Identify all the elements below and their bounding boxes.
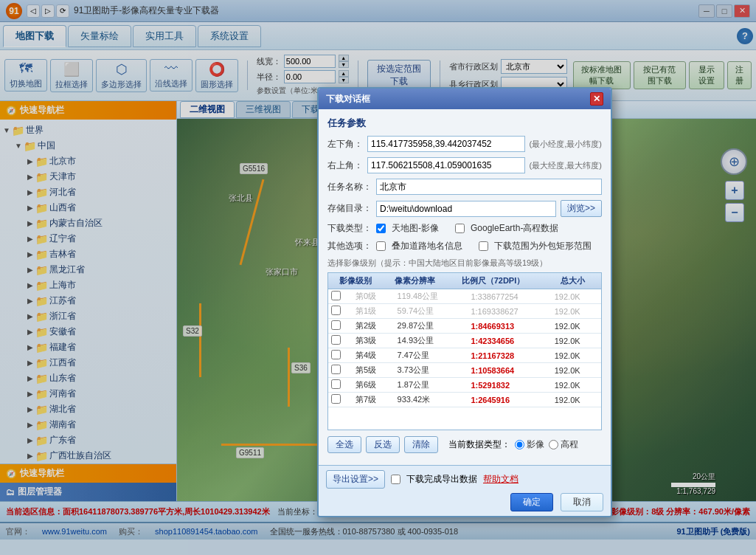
google-checkbox[interactable]: [455, 224, 465, 233]
save-dir-input[interactable]: [376, 201, 556, 217]
dialog-row-bottom-left: 左下角： (最小经度,最小纬度): [327, 136, 602, 152]
row-size: 192.0K: [552, 378, 601, 393]
dialog-row-other: 其他选项： 叠加道路地名信息 下载范围为外包矩形范围: [327, 240, 602, 252]
dialog-row-download-type: 下载类型： 天地图-影像 GoogleEarth-高程数据: [327, 222, 602, 235]
row-scale: 1:5291832: [468, 378, 551, 393]
level-checkbox-4[interactable]: [331, 350, 341, 359]
confirm-button[interactable]: 确定: [510, 493, 553, 511]
dialog-section: 任务参数: [327, 117, 602, 130]
row-scale: 1:2645916: [468, 393, 551, 407]
row-scale: 1:84669313: [468, 319, 551, 334]
row-scale: 1:21167328: [468, 348, 551, 363]
row-resolution: 119.48公里: [395, 289, 468, 304]
row-size: 192.0K: [552, 319, 601, 334]
tiandi-label: 天地图-影像: [392, 222, 439, 235]
help-doc-link[interactable]: 帮助文档: [483, 473, 519, 486]
table-row: 第5级 3.73公里 1:10583664 192.0K: [328, 363, 601, 378]
row-size: 192.0K: [552, 363, 601, 378]
table-row: 第1级 59.74公里 1:169338627 192.0K: [328, 304, 601, 319]
dialog-body: 任务参数 左下角： (最小经度,最小纬度) 右上角： (最大经度,最大纬度) 任…: [319, 109, 611, 465]
row-checkbox-cell[interactable]: [328, 289, 353, 304]
row-level: 第7级: [353, 393, 395, 407]
level-checkbox-3[interactable]: [331, 335, 341, 345]
dialog-export-row: 导出设置>> 下载完成导出数据 帮助文档: [326, 470, 603, 489]
download-type-label: 下载类型：: [327, 222, 372, 235]
row-checkbox-cell[interactable]: [328, 378, 353, 393]
export-checkbox-label: 下载完成导出数据: [406, 473, 477, 486]
top-right-label: 右上角：: [327, 159, 363, 172]
clear-button[interactable]: 清除: [404, 436, 438, 453]
row-size: 192.0K: [552, 304, 601, 319]
tiandi-checkbox[interactable]: [376, 224, 386, 233]
bottom-left-input[interactable]: [367, 136, 525, 152]
task-name-input[interactable]: [376, 179, 602, 195]
checkbox-row-rect: 下载范围为外包矩形范围: [479, 240, 592, 252]
level-checkbox-0[interactable]: [331, 291, 341, 300]
row-level: 第2级: [353, 319, 395, 334]
row-level: 第5级: [353, 363, 395, 378]
task-name-label: 任务名称：: [327, 181, 372, 193]
row-checkbox-cell[interactable]: [328, 393, 353, 407]
row-checkbox-cell[interactable]: [328, 319, 353, 334]
col-header-level: [328, 273, 336, 289]
row-scale: 1:42334656: [468, 334, 551, 348]
level-checkbox-2[interactable]: [331, 320, 341, 330]
row-level: 第0级: [353, 289, 395, 304]
row-resolution: 1.87公里: [395, 378, 468, 393]
row-resolution: 3.73公里: [395, 363, 468, 378]
dialog-close-button[interactable]: ✕: [590, 92, 603, 106]
level-scroll-area[interactable]: 第0级 119.48公里 1:338677254 192.0K 第1级 59.7…: [328, 289, 601, 430]
level-checkbox-7[interactable]: [331, 394, 341, 404]
download-dialog: 下载对话框 ✕ 任务参数 左下角： (最小经度,最小纬度) 右上角： (最大经度…: [317, 87, 612, 517]
rect-checkbox[interactable]: [479, 241, 488, 251]
checkbox-row-tiandi: 天地图-影像: [376, 222, 439, 235]
bottom-left-label: 左下角：: [327, 138, 363, 151]
select-all-button[interactable]: 全选: [327, 436, 361, 453]
radio-label-image: 影像: [515, 438, 544, 451]
cancel-button[interactable]: 取消: [561, 493, 603, 511]
level-checkbox-5[interactable]: [331, 365, 341, 374]
row-level: 第6级: [353, 378, 395, 393]
inverse-select-button[interactable]: 反选: [366, 436, 400, 453]
radio-label-elevation: 高程: [549, 438, 578, 451]
google-label: GoogleEarth-高程数据: [471, 222, 558, 235]
checkbox-row-overlay: 叠加道路地名信息: [376, 240, 462, 252]
dialog-row-top-right: 右上角： (最大经度,最大纬度): [327, 157, 602, 173]
row-scale: 1:10583664: [468, 363, 551, 378]
rect-label: 下载范围为外包矩形范围: [494, 240, 592, 252]
export-checkbox[interactable]: [391, 475, 400, 484]
row-scale: 1:169338627: [468, 304, 551, 319]
dialog-bottom: 导出设置>> 下载完成导出数据 帮助文档 确定 取消: [319, 465, 611, 516]
level-table-body: 第0级 119.48公里 1:338677254 192.0K 第1级 59.7…: [328, 289, 601, 407]
table-header-row: 影像级别 像素分辨率 比例尺（72DPI） 总大小: [328, 273, 601, 289]
row-size: 192.0K: [552, 393, 601, 407]
level-hint-row: 选择影像级别（提示：中国大陆地区目前影像最高等级19级）: [327, 258, 602, 269]
row-checkbox-cell[interactable]: [328, 304, 353, 319]
table-row: 第4级 7.47公里 1:21167328 192.0K: [328, 348, 601, 363]
row-checkbox-cell[interactable]: [328, 363, 353, 378]
dialog-row-save-dir: 存储目录： 浏览>>: [327, 200, 602, 217]
row-resolution: 7.47公里: [395, 348, 468, 363]
overlay-label: 叠加道路地名信息: [392, 240, 462, 252]
dialog-title-text: 下载对话框: [326, 93, 370, 106]
bottom-left-hint: (最小经度,最小纬度): [530, 139, 602, 150]
level-checkbox-1[interactable]: [331, 306, 341, 315]
row-resolution: 14.93公里: [395, 334, 468, 348]
top-right-input[interactable]: [367, 157, 525, 173]
checkbox-row-google: GoogleEarth-高程数据: [455, 222, 558, 235]
level-checkbox-6[interactable]: [331, 379, 341, 389]
row-checkbox-cell[interactable]: [328, 348, 353, 363]
row-checkbox-cell[interactable]: [328, 334, 353, 348]
table-row: 第3级 14.93公里 1:42334656 192.0K: [328, 334, 601, 348]
col-header-level-name: 影像级别: [336, 273, 392, 289]
other-label: 其他选项：: [327, 240, 372, 252]
radio-elevation[interactable]: [549, 440, 558, 449]
data-type-label: 当前数据类型：: [448, 438, 510, 451]
overlay-checkbox[interactable]: [376, 241, 386, 251]
radio-image[interactable]: [515, 440, 524, 449]
select-btns-row: 全选 反选 清除 当前数据类型： 影像 高程: [327, 436, 602, 453]
export-settings-button[interactable]: 导出设置>>: [326, 470, 385, 489]
row-resolution: 29.87公里: [395, 319, 468, 334]
browse-button[interactable]: 浏览>>: [561, 200, 602, 217]
level-table-wrap: 影像级别 像素分辨率 比例尺（72DPI） 总大小 第0级 119.48公里 1…: [327, 272, 602, 430]
